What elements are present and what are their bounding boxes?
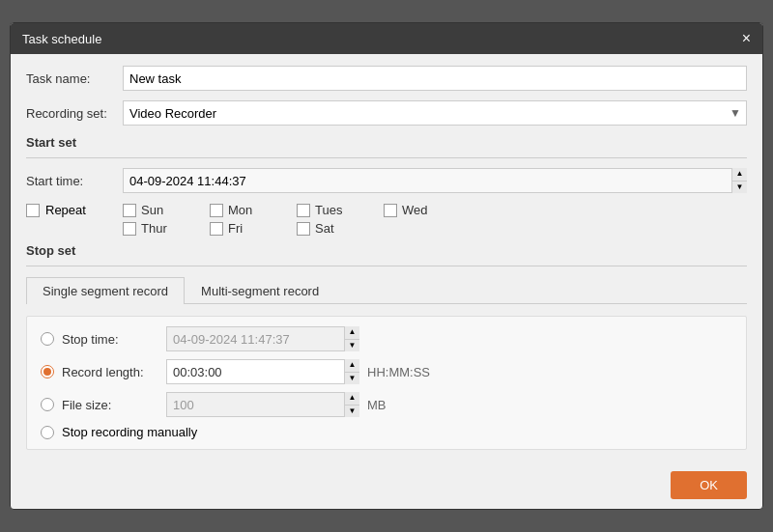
stop-time-up-button[interactable]: ▲ (345, 326, 359, 340)
record-length-spin-buttons: ▲ ▼ (344, 359, 359, 384)
record-length-down-button[interactable]: ▼ (345, 373, 359, 385)
file-size-radio[interactable] (41, 398, 54, 411)
stop-time-input[interactable] (166, 326, 359, 351)
start-time-label: Start time: (26, 174, 123, 188)
day-sun: Sun (123, 203, 210, 217)
day-wed-checkbox[interactable] (384, 204, 397, 217)
day-thur: Thur (123, 221, 210, 236)
file-size-input[interactable] (166, 392, 359, 417)
day-mon: Mon (210, 203, 297, 217)
task-name-row: Task name: (26, 66, 747, 91)
record-length-spin-wrap: ▲ ▼ (166, 359, 359, 384)
recording-set-label: Recording set: (26, 106, 123, 121)
stop-manually-label: Stop recording manually (62, 425, 197, 439)
start-time-up-button[interactable]: ▲ (732, 168, 747, 182)
tab-multi-segment[interactable]: Multi-segment record (185, 277, 335, 304)
stop-time-radio[interactable] (41, 332, 54, 346)
file-size-label: File size: (62, 398, 158, 412)
days-grid: Sun Mon Tues Wed Thur (123, 203, 471, 236)
file-size-up-button[interactable]: ▲ (345, 392, 359, 406)
stop-time-spin-wrap: ▲ ▼ (166, 326, 359, 351)
start-time-spin-buttons: ▲ ▼ (731, 168, 747, 193)
record-length-row: Record length: ▲ ▼ HH:MM:SS (41, 359, 732, 384)
repeat-label-text: Repeat (45, 203, 86, 217)
day-thur-checkbox[interactable] (123, 222, 136, 236)
day-sun-checkbox[interactable] (123, 204, 136, 217)
day-sat-label: Sat (315, 221, 334, 236)
stop-divider (26, 266, 747, 266)
dialog-body: Task name: Recording set: Video Recorder… (11, 54, 762, 462)
day-tues-label: Tues (315, 203, 342, 217)
dialog-footer: OK (11, 462, 762, 509)
start-set-title: Start set (26, 135, 747, 150)
record-length-up-button[interactable]: ▲ (345, 359, 359, 373)
task-name-input[interactable] (123, 66, 747, 91)
ok-button[interactable]: OK (671, 471, 747, 499)
day-tues: Tues (297, 203, 384, 217)
day-mon-checkbox[interactable] (210, 204, 223, 217)
stop-manually-radio[interactable] (41, 426, 54, 439)
file-size-down-button[interactable]: ▼ (345, 406, 359, 418)
start-time-spin-wrap: ▲ ▼ (123, 168, 747, 193)
day-fri-label: Fri (228, 221, 243, 236)
recording-set-row: Recording set: Video Recorder ▼ (26, 100, 747, 126)
file-size-spin-wrap: ▲ ▼ (166, 392, 359, 417)
record-length-unit: HH:MM:SS (367, 365, 430, 379)
day-wed: Wed (384, 203, 471, 217)
day-wed-label: Wed (402, 203, 428, 217)
file-size-unit: MB (367, 398, 386, 412)
day-sun-label: Sun (141, 203, 163, 217)
tabs-bar: Single segment record Multi-segment reco… (26, 276, 747, 304)
day-thur-label: Thur (141, 221, 167, 236)
stop-time-row: Stop time: ▲ ▼ (41, 326, 732, 351)
recording-set-wrap: Video Recorder ▼ (123, 100, 747, 126)
start-time-down-button[interactable]: ▼ (732, 182, 747, 194)
file-size-row: File size: ▲ ▼ MB (41, 392, 732, 417)
day-sat: Sat (297, 221, 384, 236)
record-length-input[interactable] (166, 359, 359, 384)
tab-single-segment[interactable]: Single segment record (26, 277, 185, 304)
stop-time-down-button[interactable]: ▼ (345, 340, 359, 352)
repeat-label-wrap: Repeat (26, 203, 123, 217)
stop-set-title: Stop set (26, 243, 747, 258)
record-length-label: Record length: (62, 365, 158, 379)
stop-section: Stop time: ▲ ▼ Record length: ▲ (26, 316, 747, 450)
recording-set-select[interactable]: Video Recorder (123, 100, 747, 126)
task-name-label: Task name: (26, 71, 123, 86)
start-time-input[interactable] (123, 168, 747, 193)
close-button[interactable]: × (742, 31, 751, 46)
day-sat-checkbox[interactable] (297, 222, 310, 236)
dialog-title: Task schedule (22, 32, 101, 46)
stop-time-label: Stop time: (62, 332, 158, 347)
stop-time-spin-buttons: ▲ ▼ (344, 326, 359, 351)
stop-manually-row: Stop recording manually (41, 425, 732, 439)
day-fri: Fri (210, 221, 297, 236)
day-fri-checkbox[interactable] (210, 222, 223, 236)
task-schedule-dialog: Task schedule × Task name: Recording set… (10, 22, 763, 510)
file-size-spin-buttons: ▲ ▼ (344, 392, 359, 417)
repeat-row: Repeat Sun Mon Tues Wed (26, 203, 747, 236)
day-mon-label: Mon (228, 203, 252, 217)
record-length-radio[interactable] (41, 365, 54, 378)
repeat-checkbox[interactable] (26, 204, 40, 217)
start-divider (26, 157, 747, 158)
day-tues-checkbox[interactable] (297, 204, 310, 217)
start-time-row: Start time: ▲ ▼ (26, 168, 747, 193)
title-bar: Task schedule × (11, 23, 762, 54)
